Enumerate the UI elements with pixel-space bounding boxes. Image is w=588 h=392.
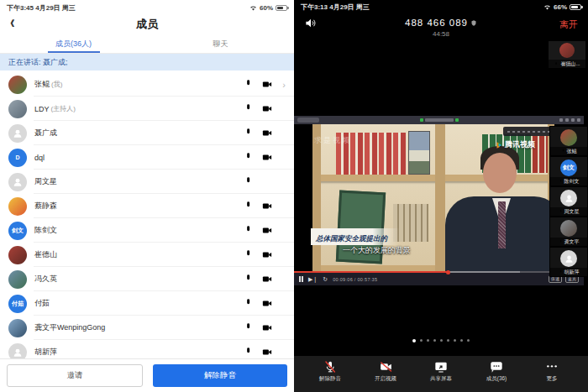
speaker-person (498, 201, 506, 248)
toolbar-more[interactable]: 更多 (534, 360, 570, 392)
thumbnail-avatar (560, 129, 577, 146)
participant-thumbnail[interactable]: 剑文 陈剑文 (549, 156, 588, 186)
speaker-audio-icon[interactable] (304, 17, 318, 33)
thumbnail-avatar (560, 250, 577, 267)
member-row[interactable]: LDY (主持人) › (0, 97, 294, 121)
page-dot (420, 339, 423, 342)
page-dots (412, 339, 470, 342)
tencent-video-label: 腾讯视频 (505, 139, 535, 150)
person-placeholder-icon (12, 176, 24, 188)
member-avatar: 剑文 (8, 222, 27, 240)
member-row[interactable]: 张鲲 (我) › (0, 72, 294, 97)
participant-thumbnail[interactable]: 龚文平 (549, 217, 588, 247)
toolbar-unmute[interactable]: 解除静音 (312, 360, 348, 392)
member-row[interactable]: 蔡静森 › (0, 194, 294, 218)
member-avatar (8, 270, 27, 289)
tab-chat[interactable]: 聊天 (147, 35, 294, 53)
next-episode-button[interactable]: ▶❘ (308, 273, 318, 285)
member-role-tag: (主持人) (51, 104, 76, 113)
left-battery-percent: 60% (260, 4, 273, 12)
mic-status-icon (243, 249, 254, 260)
shared-window-titlebar (294, 116, 584, 124)
meeting-panel: 下午3:13 4月29日 周三 66% 488 466 089 44:58 离开 (294, 0, 588, 392)
member-row[interactable]: 聂广成 › (0, 121, 294, 145)
toolbar-members[interactable]: 成员(36) (479, 360, 514, 392)
member-row[interactable]: 冯久英 › (0, 267, 294, 291)
share-screen-icon (434, 360, 448, 374)
left-status-time: 下午3:45 4月29日 周三 (7, 3, 76, 13)
thumbnail-name: 陈剑文 (564, 178, 580, 186)
mic-status-icon (243, 225, 254, 236)
member-name: 张鲲 (34, 79, 50, 90)
toolbar-share-screen[interactable]: 共享屏幕 (423, 360, 459, 392)
page-dot (433, 339, 436, 342)
participant-thumbnail[interactable]: 胡新萍 (549, 247, 588, 277)
mic-status-icon (243, 176, 254, 187)
thumbnail-avatar (560, 190, 577, 206)
camera-status-icon (261, 79, 273, 90)
video-player-controls: ▶❘ ↻ 00:09:06 / 00:57:35 倍速 蓝光 (294, 273, 584, 285)
pause-button[interactable] (299, 276, 303, 282)
thumbnail-mic-icon (559, 179, 563, 184)
member-row[interactable]: 龚文平WenpingGong › (0, 316, 294, 340)
member-row[interactable]: 剑文 陈剑文 › (0, 218, 294, 243)
thumbnail-mic-icon (559, 239, 563, 244)
shared-screen-window: 求是视频 腾讯视频 总体国家安全观提出的 一个大的发展的背景 (294, 116, 584, 285)
page-dot (460, 339, 463, 342)
avatar-initials: 剑文 (12, 227, 24, 235)
invite-button[interactable]: 邀请 (7, 364, 143, 387)
video-caption-text: 总体国家安全观提出的 (316, 234, 387, 243)
avatar-initials: D (15, 154, 19, 160)
member-row[interactable]: 周文星 › (0, 170, 294, 194)
member-row[interactable]: 胡新萍 › (0, 340, 294, 358)
participant-thumbnail[interactable]: 周文星 (549, 186, 588, 217)
member-avatar (8, 246, 27, 264)
member-avatar: 付茹 (8, 295, 27, 313)
members-header: ‹ 成员 (0, 13, 294, 35)
shelf-board (312, 175, 554, 181)
member-name: 周文星 (34, 176, 57, 187)
member-name: 付茹 (34, 298, 50, 309)
mic-status-icon (243, 274, 254, 285)
mic-status-icon (243, 347, 254, 358)
left-battery-icon (276, 5, 287, 11)
member-row[interactable]: 付茹 付茹 › (0, 291, 294, 316)
video-progress-knob[interactable] (446, 270, 450, 274)
leave-button[interactable]: 离开 (559, 18, 578, 31)
meeting-timer: 44:58 (294, 30, 588, 38)
photo-book (408, 131, 430, 175)
active-speaker-tile[interactable]: 崔德山... (548, 40, 586, 69)
member-name: 胡新萍 (34, 347, 57, 358)
window-control-icons (559, 118, 580, 122)
thumbnail-name: 张鲲 (567, 148, 577, 155)
person-placeholder-icon (12, 128, 24, 139)
back-chevron-icon[interactable]: ‹ (10, 12, 15, 34)
camera-status-icon (261, 322, 273, 333)
chevron-right-icon: › (281, 80, 287, 90)
toolbar-start-video[interactable]: 开启视频 (368, 360, 403, 392)
tab-members[interactable]: 成员(36人) (0, 35, 147, 53)
camera-status-icon (261, 128, 273, 139)
member-row[interactable]: D dql › (0, 145, 294, 170)
member-avatar (8, 124, 27, 143)
member-name: 冯久英 (34, 274, 57, 285)
replay-icon[interactable]: ↻ (323, 273, 328, 285)
page-dot (412, 339, 416, 342)
video-progress-bar[interactable] (294, 271, 584, 273)
participant-thumbnail[interactable]: 张鲲 (549, 126, 588, 156)
member-avatar (8, 343, 27, 359)
video-watermark: 求是视频 (314, 135, 351, 146)
speaker-name: 崔德山... (560, 60, 580, 68)
mic-status-icon (243, 79, 254, 90)
page-title: 成员 (0, 13, 294, 35)
member-name: 崔德山 (34, 249, 57, 260)
unmute-button[interactable]: 解除静音 (153, 364, 287, 387)
shelf-frame (312, 124, 321, 273)
camera-status-icon (261, 201, 273, 212)
members-tabs: 成员(36人) 聊天 (0, 35, 294, 54)
member-name: LDY (34, 105, 50, 113)
right-battery-percent: 66% (554, 3, 567, 11)
member-row[interactable]: 崔德山 › (0, 243, 294, 267)
speaker-mic-icon (554, 61, 559, 67)
video-caption-box: 总体国家安全观提出的 (311, 228, 399, 245)
